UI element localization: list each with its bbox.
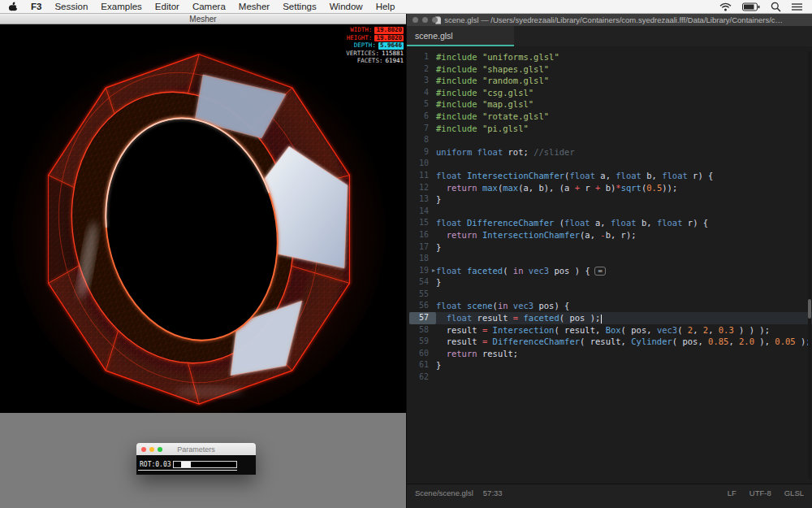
minimize-button[interactable] [149,447,154,452]
line-number[interactable]: 56 [409,300,436,312]
code-line-5[interactable]: 5#include "map.glsl" [409,98,812,111]
line-content: float DifferenceChamfer (float a, float … [436,217,812,229]
mesher-viewport[interactable]: WIDTH:19.8020HEIGHT:19.8020DEPTH:5.9646V… [0,24,406,413]
line-number[interactable]: 54 [409,276,436,289]
line-number[interactable]: 10 [409,158,436,170]
code-line-55[interactable]: 55 [409,289,812,301]
close-button[interactable] [141,447,146,452]
line-number[interactable]: 13 [409,193,436,206]
line-number[interactable]: 1 [409,51,436,63]
line-number[interactable]: 3 [409,75,436,87]
code-line-19[interactable]: 19▸float faceted( in vec3 pos ) {≡ [409,265,812,277]
code-line-18[interactable]: 18 [409,253,812,265]
line-number[interactable]: 14 [409,206,436,218]
code-line-11[interactable]: 11float IntersectionChamfer(float a, flo… [409,170,812,182]
code-line-6[interactable]: 6#include "rotate.glsl" [409,111,812,123]
code-line-2[interactable]: 2#include "shapes.glsl" [409,63,812,76]
menu-list-icon[interactable] [792,2,802,11]
line-number[interactable]: 4 [409,87,436,99]
parameters-title: Parameters [177,445,215,454]
status-utf-8[interactable]: UTF-8 [749,488,771,508]
menu-item-examples[interactable]: Examples [101,2,142,11]
code-line-9[interactable]: 9uniform float rot; //slider [409,146,812,158]
line-number[interactable]: 61 [409,359,436,371]
code-line-4[interactable]: 4#include "csg.glsl" [409,87,812,99]
code-line-14[interactable]: 14 [409,206,812,218]
menu-item-help[interactable]: Help [376,2,395,11]
code-editor[interactable]: 1#include "uniforms.glsl"2#include "shap… [407,46,812,484]
editor-minimize-button[interactable] [422,17,428,23]
line-number[interactable]: 11 [409,170,436,182]
line-number[interactable]: 6 [409,111,436,123]
menu-item-session[interactable]: Session [54,2,88,11]
menu-item-editor[interactable]: Editor [155,2,179,11]
parameters-window[interactable]: Parameters ROT:0.03 [136,443,256,475]
rot-slider-track[interactable] [173,461,237,468]
code-line-16[interactable]: 16 return IntersectionChamfer(a, -b, r); [409,229,812,241]
line-number[interactable]: 7 [409,123,436,135]
editor-titlebar[interactable]: scene.glsl — /Users/syedrezaali/Library/… [407,14,812,26]
line-number[interactable]: 16 [409,229,436,241]
line-number[interactable]: 2 [409,63,436,76]
code-line-12[interactable]: 12 return max(max(a, b), (a + r + b)*sqr… [409,182,812,194]
line-number[interactable]: 15 [409,217,436,229]
parameters-titlebar[interactable]: Parameters [136,443,256,455]
code-line-10[interactable]: 10 [409,158,812,170]
code-line-62[interactable]: 62 [409,371,812,384]
code-line-58[interactable]: 58 result = Intersection( result, Box( p… [409,324,812,336]
rot-slider[interactable]: ROT:0.03 [138,460,237,471]
parameters-content: ROT:0.03 [136,455,256,475]
apple-menu-icon[interactable] [8,2,18,12]
line-number[interactable]: 12 [409,182,436,194]
wifi-icon[interactable] [719,2,732,11]
code-line-17[interactable]: 17} [409,241,812,254]
line-number[interactable]: 58 [409,324,436,336]
line-number[interactable]: 62 [409,371,436,384]
line-number[interactable]: 60 [409,348,436,360]
rot-slider-handle[interactable] [181,462,191,467]
line-number[interactable]: 5 [409,98,436,111]
status-glsl[interactable]: GLSL [784,488,804,508]
code-line-60[interactable]: 60 return result; [409,348,812,360]
battery-icon[interactable] [742,2,760,11]
code-line-61[interactable]: 61} [409,359,812,371]
menu-item-camera[interactable]: Camera [192,2,226,11]
menu-app-name[interactable]: F3 [31,2,41,11]
tab-scene-glsl[interactable]: scene.glsl [407,26,514,46]
menu-bar: F3 SessionExamplesEditorCameraMesherSett… [0,0,812,14]
line-number[interactable]: 19▸ [409,265,436,277]
code-line-7[interactable]: 7#include "pi.glsl" [409,123,812,135]
editor-scrollbar[interactable] [808,51,811,479]
line-number[interactable]: 8 [409,134,436,146]
editor-zoom-button[interactable] [432,17,438,23]
line-number[interactable]: 18 [409,253,436,265]
code-line-13[interactable]: 13} [409,193,812,206]
line-content: #include "map.glsl" [436,98,812,111]
status-file[interactable]: Scene/scene.glsl [415,488,473,508]
zoom-button[interactable] [158,447,162,452]
editor-close-button[interactable] [412,17,418,23]
line-number[interactable]: 59 [409,336,436,348]
code-line-59[interactable]: 59 result = DifferenceChamfer( result, C… [409,336,812,348]
line-number[interactable]: 57 [409,312,436,324]
mesher-titlebar[interactable]: Mesher [0,14,406,24]
menu-item-window[interactable]: Window [330,2,363,11]
menu-item-settings[interactable]: Settings [283,2,317,11]
code-line-3[interactable]: 3#include "random.glsl" [409,75,812,87]
search-icon[interactable] [771,2,781,12]
fold-arrow-icon[interactable]: ▸ [432,266,435,276]
scrollbar-thumb[interactable] [808,299,811,319]
code-line-8[interactable]: 8 [409,134,812,146]
line-number[interactable]: 17 [409,241,436,254]
line-number[interactable]: 9 [409,146,436,158]
line-content: return max(max(a, b), (a + r + b)*sqrt(0… [436,182,812,194]
code-line-57[interactable]: 57 float result = faceted( pos ); [409,312,812,324]
menu-item-mesher[interactable]: Mesher [239,2,270,11]
code-line-1[interactable]: 1#include "uniforms.glsl" [409,51,812,63]
line-number[interactable]: 55 [409,289,436,301]
code-line-54[interactable]: 54} [409,276,812,289]
code-line-56[interactable]: 56float scene(in vec3 pos) { [409,300,812,312]
folded-code-pill[interactable]: ≡ [594,267,607,276]
status-lf[interactable]: LF [728,488,736,508]
code-line-15[interactable]: 15float DifferenceChamfer (float a, floa… [409,217,812,229]
